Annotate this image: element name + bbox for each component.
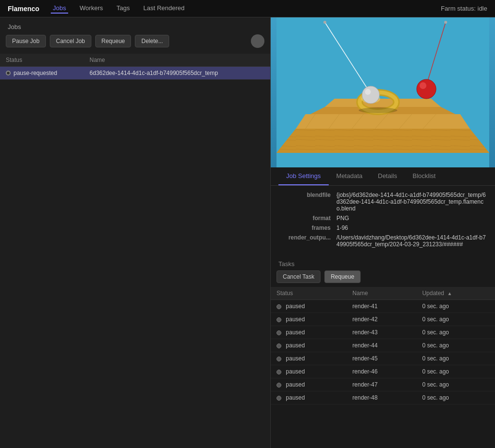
jobs-table: Status Name pause-requested 6d362dee-141… xyxy=(0,54,270,80)
tab-blocklist[interactable]: Blocklist xyxy=(405,167,444,185)
tasks-section: Tasks Cancel Task Requeue Status Name Up… xyxy=(271,256,495,448)
task-status-label: paused xyxy=(286,303,305,310)
svg-point-20 xyxy=(323,21,326,24)
tasks-table: Status Name Updated ▲ paused render-41 0… xyxy=(271,287,495,404)
settings-value: /Users/davidzhang/Desktop/6d362dee-1414-… xyxy=(336,234,487,248)
cancel-job-button[interactable]: Cancel Job xyxy=(50,35,91,47)
jobs-panel-title: Jobs xyxy=(0,17,270,34)
nav-item-tags[interactable]: Tags xyxy=(115,3,131,14)
tab-details[interactable]: Details xyxy=(370,167,405,185)
task-updated-cell: 0 sec. ago xyxy=(416,352,495,365)
task-name-cell: render-46 xyxy=(347,365,416,378)
sort-arrow-icon: ▲ xyxy=(447,291,452,296)
task-status-cell: paused xyxy=(271,339,347,352)
task-status-label: paused xyxy=(286,355,305,362)
list-item[interactable]: paused render-44 0 sec. ago xyxy=(271,339,495,352)
preview-scene xyxy=(271,17,495,167)
settings-value: PNG xyxy=(336,215,349,222)
job-toolbar: Pause Job Cancel Job Requeue Delete... xyxy=(0,34,270,54)
table-row[interactable]: pause-requested 6d362dee-1414-4d1c-a1df-… xyxy=(0,67,270,80)
task-name-cell: render-45 xyxy=(347,352,416,365)
preview-area xyxy=(271,17,495,167)
brand-label: Flamenco xyxy=(8,5,39,13)
cancel-task-button[interactable]: Cancel Task xyxy=(277,270,320,283)
tasks-col-updated[interactable]: Updated ▲ xyxy=(416,287,495,300)
task-status-cell: paused xyxy=(271,378,347,391)
settings-row: frames 1-96 xyxy=(278,224,487,231)
more-options-button[interactable] xyxy=(251,34,264,48)
task-updated-cell: 0 sec. ago xyxy=(416,365,495,378)
tab-job-settings[interactable]: Job Settings xyxy=(278,167,329,185)
pause-job-button[interactable]: Pause Job xyxy=(6,35,46,47)
task-status-dot-icon xyxy=(277,343,281,348)
tasks-toolbar: Cancel Task Requeue xyxy=(271,270,495,287)
nav-item-jobs[interactable]: Jobs xyxy=(51,3,68,14)
task-name-cell: render-48 xyxy=(347,391,416,404)
settings-key: format xyxy=(278,215,336,222)
settings-key: blendfile xyxy=(278,192,336,212)
settings-row: format PNG xyxy=(278,215,487,222)
task-updated-cell: 0 sec. ago xyxy=(416,326,495,339)
tabs-bar: Job Settings Metadata Details Blocklist xyxy=(271,167,495,186)
task-status-cell: paused xyxy=(271,313,347,326)
list-item[interactable]: paused render-46 0 sec. ago xyxy=(271,365,495,378)
task-name-cell: render-43 xyxy=(347,326,416,339)
status-dot-icon xyxy=(6,71,11,75)
settings-row: blendfile {jobs}/6d362dee-1414-4d1c-a1df… xyxy=(278,192,487,212)
list-item[interactable]: paused render-48 0 sec. ago xyxy=(271,391,495,404)
task-name-cell: render-47 xyxy=(347,378,416,391)
svg-marker-2 xyxy=(277,129,489,153)
right-panel: Job Settings Metadata Details Blocklist … xyxy=(271,17,495,448)
settings-value: {jobs}/6d362dee-1414-4d1c-a1df-b749905f5… xyxy=(336,192,487,212)
nav-item-workers[interactable]: Workers xyxy=(78,3,105,14)
list-item[interactable]: paused render-45 0 sec. ago xyxy=(271,352,495,365)
task-status-label: paused xyxy=(286,316,305,323)
task-status-label: paused xyxy=(286,381,305,388)
tab-metadata[interactable]: Metadata xyxy=(329,167,370,185)
farm-status: Farm status: idle xyxy=(441,5,487,12)
task-status-dot-icon xyxy=(277,383,281,388)
svg-point-23 xyxy=(365,89,371,95)
task-status-dot-icon xyxy=(277,317,281,322)
svg-marker-6 xyxy=(296,114,470,129)
task-status-dot-icon xyxy=(277,304,281,309)
list-item[interactable]: paused render-47 0 sec. ago xyxy=(271,378,495,391)
job-name-cell: 6d362dee-1414-4d1c-a1df-b749905f565dcr_t… xyxy=(84,67,270,80)
task-status-cell: paused xyxy=(271,352,347,365)
task-name-cell: render-44 xyxy=(347,339,416,352)
job-settings: blendfile {jobs}/6d362dee-1414-4d1c-a1df… xyxy=(271,186,495,256)
settings-row: render_outpu... /Users/davidzhang/Deskto… xyxy=(278,234,487,248)
task-status-label: paused xyxy=(286,394,305,401)
left-panel: Jobs Pause Job Cancel Job Requeue Delete… xyxy=(0,17,271,448)
tasks-table-wrap[interactable]: Status Name Updated ▲ paused render-41 0… xyxy=(271,287,495,448)
list-item[interactable]: paused render-43 0 sec. ago xyxy=(271,326,495,339)
settings-key: frames xyxy=(278,224,336,231)
job-status-cell: pause-requested xyxy=(0,67,84,80)
task-status-cell: paused xyxy=(271,365,347,378)
list-item[interactable]: paused render-41 0 sec. ago xyxy=(271,300,495,313)
delete-job-button[interactable]: Delete... xyxy=(135,35,169,47)
job-status-label: pause-requested xyxy=(14,70,57,76)
task-status-dot-icon xyxy=(277,330,281,335)
task-status-label: paused xyxy=(286,368,305,375)
task-status-cell: paused xyxy=(271,391,347,404)
settings-value: 1-96 xyxy=(336,224,348,231)
requeue-job-button[interactable]: Requeue xyxy=(95,35,131,47)
task-updated-cell: 0 sec. ago xyxy=(416,378,495,391)
svg-point-21 xyxy=(444,21,447,24)
svg-marker-14 xyxy=(325,99,441,107)
jobs-col-status: Status xyxy=(0,54,84,67)
task-status-label: paused xyxy=(286,329,305,336)
task-updated-cell: 0 sec. ago xyxy=(416,339,495,352)
task-status-cell: paused xyxy=(271,326,347,339)
tasks-col-status: Status xyxy=(271,287,347,300)
task-status-label: paused xyxy=(286,342,305,349)
task-status-cell: paused xyxy=(271,300,347,313)
top-nav: Flamenco Jobs Workers Tags Last Rendered… xyxy=(0,0,495,17)
task-name-cell: render-42 xyxy=(347,313,416,326)
task-updated-cell: 0 sec. ago xyxy=(416,313,495,326)
nav-item-last-rendered[interactable]: Last Rendered xyxy=(141,3,186,14)
list-item[interactable]: paused render-42 0 sec. ago xyxy=(271,313,495,326)
nav-items: Jobs Workers Tags Last Rendered xyxy=(51,3,441,14)
requeue-task-button[interactable]: Requeue xyxy=(324,270,361,283)
